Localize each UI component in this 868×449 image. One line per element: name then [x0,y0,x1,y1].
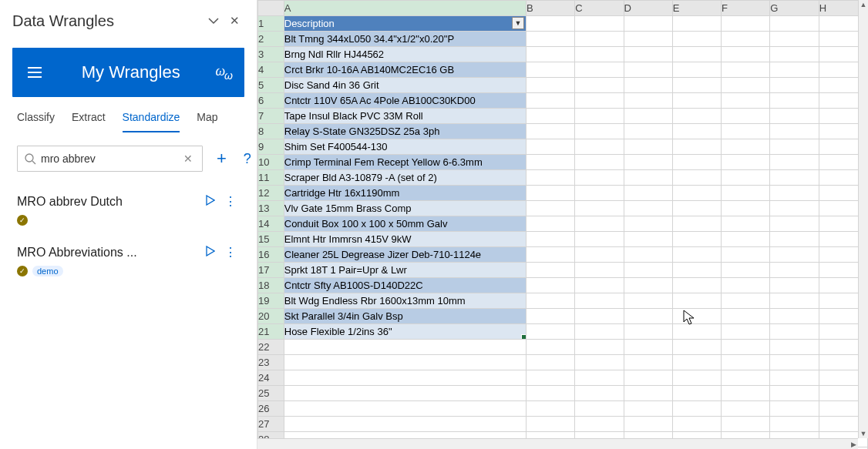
cell[interactable] [284,340,526,355]
row-header-18[interactable]: 18 [258,278,284,293]
cell[interactable] [672,139,721,155]
cell[interactable] [722,401,770,417]
cell[interactable] [672,170,721,186]
cell[interactable]: Cartridge Htr 16x1190mm [284,186,526,201]
cell[interactable] [624,232,672,247]
cell[interactable] [770,124,819,139]
cell[interactable] [284,370,526,386]
cell[interactable] [770,309,819,324]
cell[interactable] [672,201,721,216]
cell[interactable] [722,340,770,355]
cell[interactable] [672,47,721,62]
vertical-scrollbar[interactable]: ▲ ▼ [858,0,868,438]
cell[interactable] [672,293,721,309]
tab-classify[interactable]: Classify [17,111,55,132]
cell[interactable] [624,78,672,93]
cell[interactable] [672,216,721,232]
cell[interactable] [722,139,770,155]
tab-extract[interactable]: Extract [72,111,106,132]
cell[interactable] [526,47,574,62]
row-header-6[interactable]: 6 [258,93,284,109]
cell[interactable] [575,170,624,186]
cell[interactable] [672,109,721,124]
cell[interactable] [770,370,819,386]
cell[interactable] [624,216,672,232]
cell[interactable] [575,232,624,247]
cell[interactable] [770,232,819,247]
clear-search-button[interactable]: ✕ [180,151,196,166]
cell[interactable] [624,170,672,186]
cell[interactable] [722,32,770,47]
cell[interactable] [770,386,819,401]
cell[interactable] [624,340,672,355]
cell[interactable] [526,201,574,216]
row-header-22[interactable]: 22 [258,340,284,355]
cell[interactable]: Scraper Bld A3-10879 -A (set of 2) [284,170,526,186]
row-header-4[interactable]: 4 [258,62,284,78]
cell[interactable] [770,201,819,216]
row-header-11[interactable]: 11 [258,170,284,186]
cell[interactable]: Crct Brkr 10-16A AB140MC2EC16 GB [284,62,526,78]
cell[interactable] [526,278,574,293]
cell[interactable] [722,186,770,201]
cell[interactable] [575,355,624,370]
cell[interactable] [770,186,819,201]
cell[interactable] [770,155,819,170]
cell[interactable] [722,78,770,93]
cell[interactable] [672,278,721,293]
cell[interactable] [624,293,672,309]
cell[interactable]: Relay S-State GN325DSZ 25a 3ph [284,124,526,139]
cell[interactable] [526,263,574,278]
cell[interactable] [624,247,672,263]
column-header-D[interactable]: D [624,1,672,16]
cell[interactable] [624,47,672,62]
row-header-25[interactable]: 25 [258,386,284,401]
cell[interactable]: Cntctr 110V 65A Ac 4Pole AB100C30KD00 [284,93,526,109]
cell[interactable] [575,309,624,324]
cell[interactable] [284,355,526,370]
row-header-23[interactable]: 23 [258,355,284,370]
cell[interactable]: Cntctr Sfty AB100S-D140D22C [284,278,526,293]
column-header-G[interactable]: G [770,1,819,16]
cell[interactable] [575,293,624,309]
cell[interactable] [526,293,574,309]
cell[interactable] [722,293,770,309]
filter-button[interactable]: ▼ [512,17,524,29]
cell[interactable] [722,355,770,370]
column-header-A[interactable]: A [284,1,526,16]
menu-button[interactable] [23,62,46,82]
more-button[interactable]: ⋮ [221,243,240,263]
cell[interactable] [575,155,624,170]
cell[interactable]: Blt Tmng 344xL050 34.4"x1/2"x0.20"P [284,32,526,47]
cell[interactable] [575,139,624,155]
cell[interactable] [722,201,770,216]
cell[interactable] [575,78,624,93]
cell[interactable] [624,109,672,124]
cell[interactable] [575,32,624,47]
tab-map[interactable]: Map [197,111,217,132]
spreadsheet[interactable]: ABCDEFGH1Description▼2Blt Tmng 344xL050 … [257,0,868,449]
cell[interactable] [526,340,574,355]
cell[interactable] [575,216,624,232]
cell[interactable] [770,278,819,293]
search-input[interactable] [36,152,180,165]
cell[interactable]: Conduit Box 100 x 100 x 50mm Galv [284,216,526,232]
cell[interactable] [672,78,721,93]
cell[interactable] [770,340,819,355]
cell[interactable] [575,93,624,109]
cell[interactable] [575,186,624,201]
help-button[interactable]: ? [241,151,254,167]
cell[interactable] [575,47,624,62]
cell[interactable] [672,16,721,32]
horizontal-scrollbar[interactable]: ▶ [257,438,858,449]
cell[interactable] [575,370,624,386]
cell[interactable]: Brng Ndl Rllr HJ44562 [284,47,526,62]
column-header-E[interactable]: E [672,1,721,16]
row-header-24[interactable]: 24 [258,370,284,386]
cell[interactable] [722,124,770,139]
tab-standardize[interactable]: Standardize [123,111,180,132]
cell[interactable] [575,401,624,417]
cell[interactable] [672,155,721,170]
cell[interactable] [672,124,721,139]
cell[interactable] [526,309,574,324]
